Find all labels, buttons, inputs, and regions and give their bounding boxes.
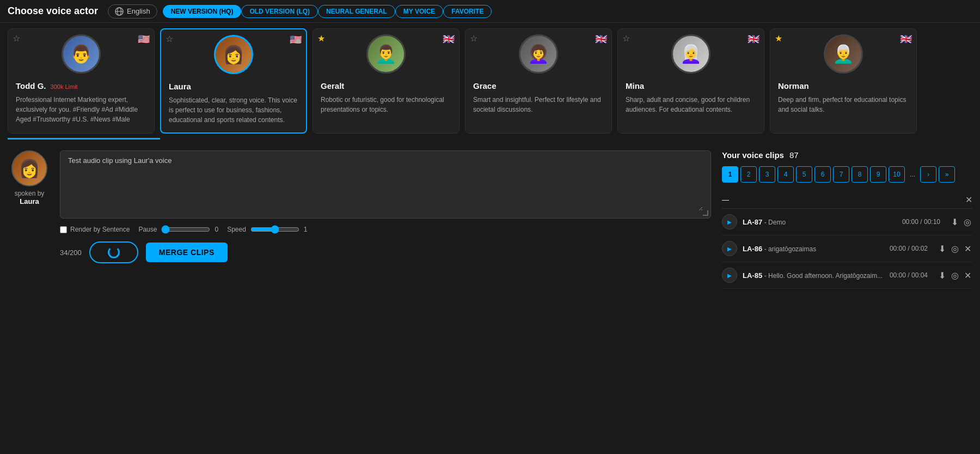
- page-btn-3[interactable]: 3: [759, 166, 775, 183]
- speed-control: Speed 1: [227, 225, 307, 234]
- clip-id-la-87: LA-87: [743, 218, 762, 226]
- delete-btn-la-86[interactable]: ✕: [963, 243, 972, 255]
- page-btn-8[interactable]: 8: [852, 166, 868, 183]
- voice-actors-row: ☆ 👨 🇺🇸 Todd G. 300k Limit Professional I…: [0, 23, 980, 134]
- star-icon-norman[interactable]: ★: [775, 33, 782, 44]
- settings-btn-la-87[interactable]: ◎: [963, 216, 972, 228]
- clip-actions-la-87: ⬇ ◎: [950, 216, 972, 228]
- voice-actor-card-geralt[interactable]: ★ 👨‍🦱 🇬🇧 Geralt Robotic or futuristic, g…: [313, 28, 460, 134]
- audio-text-input[interactable]: Test audio clip using Laur'a voice: [68, 156, 703, 211]
- voice-actor-card-grace[interactable]: ☆ 👩‍🦱 🇬🇧 Grace Smart and insightful. Per…: [465, 28, 612, 134]
- filter-btn-my-voice[interactable]: MY VOICE: [395, 5, 443, 18]
- page-btn-1[interactable]: 1: [722, 166, 738, 183]
- star-icon-todd[interactable]: ☆: [13, 33, 20, 44]
- speaker-info: 👩 spoken by Laura: [8, 150, 51, 205]
- pause-label: Pause: [138, 226, 157, 233]
- render-by-sentence-text: Render by Sentence: [70, 226, 130, 233]
- globe-icon: [115, 7, 124, 16]
- page-btn-5[interactable]: 5: [796, 166, 812, 183]
- avatar-mina: 👩‍🦳: [671, 34, 710, 74]
- page-btn-9[interactable]: 9: [870, 166, 886, 183]
- va-name-norman: Norman: [778, 81, 809, 90]
- va-desc-geralt: Robotic or futuristic, good for technolo…: [321, 95, 451, 114]
- clip-item-la-87: ▶ LA-87 - Demo 00:00 / 00:10 ⬇ ◎: [722, 209, 972, 235]
- page-btn-2[interactable]: 2: [740, 166, 757, 183]
- speed-label: Speed: [227, 226, 246, 233]
- voice-actor-card-laura[interactable]: ☆ 👩 🇺🇸 Laura Sophisticated, clear, stron…: [160, 28, 307, 134]
- clips-count: 87: [789, 150, 799, 160]
- voice-actor-card-mina[interactable]: ☆ 👩‍🦳 🇬🇧 Mina Sharp, adult and concise, …: [617, 28, 764, 134]
- page-btn-»[interactable]: »: [939, 166, 955, 183]
- resize-handle: [703, 210, 708, 216]
- pause-slider[interactable]: [161, 225, 210, 234]
- filter-btn-neural-general[interactable]: NEURAL GENERAL: [318, 5, 395, 18]
- render-by-sentence-checkbox[interactable]: [60, 226, 67, 233]
- play-btn-la-85[interactable]: ▶: [722, 268, 737, 283]
- va-desc-norman: Deep and firm, perfect for educational t…: [778, 95, 909, 114]
- render-by-sentence-label[interactable]: Render by Sentence: [60, 226, 130, 233]
- right-panel: Your voice clips 87 12345678910...›» — ✕…: [722, 150, 972, 289]
- speaker-avatar: 👩: [11, 150, 47, 186]
- flag-grace: 🇬🇧: [595, 33, 607, 45]
- clip-separator: — ✕: [722, 191, 972, 209]
- page-btn-4[interactable]: 4: [777, 166, 794, 183]
- avatar-norman: 👨‍🦳: [824, 34, 863, 74]
- settings-btn-la-86[interactable]: ◎: [950, 243, 960, 255]
- page-btn-...[interactable]: ...: [907, 166, 918, 183]
- download-btn-la-85[interactable]: ⬇: [938, 269, 947, 282]
- name-row-geralt: Geralt: [321, 81, 451, 92]
- clip-info-la-86: LA-86 - arigatōgozaimas: [743, 245, 884, 253]
- speed-slider[interactable]: [250, 225, 299, 234]
- clip-label-la-87: - Demo: [764, 219, 786, 226]
- delete-btn-la-85[interactable]: ✕: [963, 269, 972, 282]
- clip-item-la-86: ▶ LA-86 - arigatōgozaimas 00:00 / 00:02 …: [722, 235, 972, 262]
- clip-actions-la-85: ⬇ ◎ ✕: [938, 269, 972, 282]
- name-row-mina: Mina: [626, 81, 756, 92]
- separator-label: —: [722, 196, 729, 204]
- separator-close-btn[interactable]: ✕: [965, 195, 972, 205]
- name-row-norman: Norman: [778, 81, 909, 92]
- left-panel: 👩 spoken by Laura Test audio clip using …: [8, 150, 711, 263]
- card-top-grace: 👩‍🦱 🇬🇧: [473, 34, 604, 77]
- controls-row: Render by Sentence Pause 0 Speed 1: [60, 225, 711, 234]
- card-top-norman: 👨‍🦳 🇬🇧: [778, 34, 909, 77]
- voice-actor-card-todd[interactable]: ☆ 👨 🇺🇸 Todd G. 300k Limit Professional I…: [8, 28, 155, 134]
- download-btn-la-87[interactable]: ⬇: [950, 216, 959, 228]
- va-desc-grace: Smart and insightful. Perfect for lifest…: [473, 95, 604, 114]
- va-desc-mina: Sharp, adult and concise, good for child…: [626, 95, 756, 114]
- va-desc-laura: Sophisticated, clear, strong voice. This…: [169, 95, 298, 125]
- filter-btn-new-version-(hq)[interactable]: NEW VERSION (HQ): [163, 5, 242, 18]
- filter-buttons: NEW VERSION (HQ)OLD VERSION (LQ)NEURAL G…: [163, 5, 492, 18]
- language-selector[interactable]: English: [108, 4, 157, 19]
- filter-btn-favorite[interactable]: FAVORITE: [443, 5, 492, 18]
- play-btn-la-87[interactable]: ▶: [722, 214, 737, 229]
- star-icon-mina[interactable]: ☆: [622, 33, 630, 44]
- star-icon-geralt[interactable]: ★: [317, 33, 325, 44]
- bottom-row: 34/200 MERGE CLIPS: [60, 241, 711, 263]
- flag-laura: 🇺🇸: [290, 34, 302, 46]
- text-area-wrapper: Test audio clip using Laur'a voice: [60, 150, 711, 219]
- clip-actions-la-86: ⬇ ◎ ✕: [938, 243, 972, 255]
- va-name-laura: Laura: [169, 82, 191, 91]
- clip-time-la-87: 00:00 / 00:10: [902, 218, 940, 226]
- download-btn-la-86[interactable]: ⬇: [938, 243, 947, 255]
- star-icon-grace[interactable]: ☆: [470, 33, 477, 44]
- voice-actor-card-norman[interactable]: ★ 👨‍🦳 🇬🇧 Norman Deep and firm, perfect f…: [770, 28, 917, 134]
- avatar-grace: 👩‍🦱: [519, 34, 558, 74]
- generate-button[interactable]: [89, 241, 138, 263]
- page-btn-7[interactable]: 7: [833, 166, 849, 183]
- flag-mina: 🇬🇧: [748, 33, 759, 45]
- clip-items: ▶ LA-87 - Demo 00:00 / 00:10 ⬇ ◎ ▶ LA-86…: [722, 209, 972, 289]
- flag-todd: 🇺🇸: [138, 33, 150, 45]
- page-btn-›[interactable]: ›: [920, 166, 936, 183]
- star-icon-laura[interactable]: ☆: [166, 34, 173, 44]
- card-top-laura: 👩 🇺🇸: [169, 35, 298, 77]
- page-btn-10[interactable]: 10: [889, 166, 905, 183]
- settings-btn-la-85[interactable]: ◎: [950, 269, 960, 282]
- pause-value: 0: [215, 226, 218, 233]
- pagination: 12345678910...›»: [722, 166, 972, 183]
- merge-clips-button[interactable]: MERGE CLIPS: [146, 243, 228, 262]
- page-btn-6[interactable]: 6: [814, 166, 831, 183]
- play-btn-la-86[interactable]: ▶: [722, 241, 737, 256]
- filter-btn-old-version-(lq)[interactable]: OLD VERSION (LQ): [241, 5, 318, 18]
